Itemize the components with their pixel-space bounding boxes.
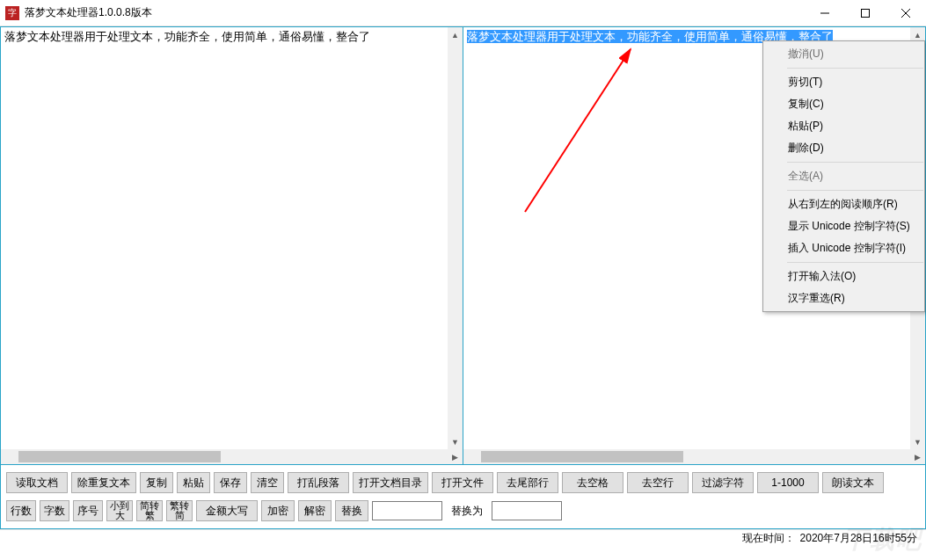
- toolbars: 读取文档 除重复文本 复制 粘贴 保存 清空 打乱段落 打开文档目录 打开文件 …: [1, 465, 925, 528]
- menu-separator: [787, 262, 923, 263]
- menu-paste[interactable]: 粘贴(P): [763, 115, 924, 137]
- menu-cut[interactable]: 剪切(T): [763, 71, 924, 93]
- window-controls: [805, 0, 926, 26]
- app-icon: [5, 6, 19, 20]
- toolbar-row-2: 行数 字数 序号 小到 大 简转 繁 繁转 简 金额大写 加密 解密 替换 替换…: [6, 500, 920, 521]
- simp-to-trad-button[interactable]: 简转 繁: [136, 500, 163, 521]
- read-doc-button[interactable]: 读取文档: [6, 472, 68, 493]
- status-bar: 现在时间： 2020年7月28日16时55分: [0, 529, 926, 547]
- scroll-thumb[interactable]: [18, 451, 221, 462]
- menu-separator: [787, 68, 923, 69]
- right-pane: 落梦文本处理器用于处理文本，功能齐全，使用简单，通俗易懂，整合了 ▲ ▼ ◀ ▶: [463, 27, 925, 464]
- scroll-right-icon[interactable]: ▶: [448, 449, 463, 464]
- replace-from-input[interactable]: [372, 501, 442, 520]
- maximize-button[interactable]: [845, 0, 886, 26]
- menu-separator: [787, 162, 923, 163]
- context-menu: 撤消(U) 剪切(T) 复制(C) 粘贴(P) 删除(D) 全选(A) 从右到左…: [762, 40, 925, 312]
- lines-button[interactable]: 行数: [6, 500, 36, 521]
- svg-rect-0: [862, 9, 870, 17]
- replace-to-input[interactable]: [492, 501, 562, 520]
- menu-insert-unicode[interactable]: 插入 Unicode 控制字符(I): [763, 237, 924, 259]
- menu-show-unicode[interactable]: 显示 Unicode 控制字符(S): [763, 215, 924, 237]
- toolbar-row-1: 读取文档 除重复文本 复制 粘贴 保存 清空 打乱段落 打开文档目录 打开文件 …: [6, 472, 920, 493]
- copy-button[interactable]: 复制: [140, 472, 173, 493]
- paste-button[interactable]: 粘贴: [177, 472, 210, 493]
- menu-reselect[interactable]: 汉字重选(R): [763, 287, 924, 309]
- left-horizontal-scrollbar[interactable]: ◀ ▶: [1, 449, 463, 464]
- menu-select-all[interactable]: 全选(A): [763, 165, 924, 187]
- left-vertical-scrollbar[interactable]: ▲ ▼: [448, 27, 463, 449]
- open-dir-button[interactable]: 打开文档目录: [353, 472, 428, 493]
- sort-button[interactable]: 小到 大: [106, 500, 133, 521]
- trim-space-button[interactable]: 去空格: [562, 472, 623, 493]
- scroll-left-icon[interactable]: ◀: [463, 449, 478, 464]
- trim-tail-button[interactable]: 去尾部行: [497, 472, 558, 493]
- left-pane: 落梦文本处理器用于处理文本，功能齐全，使用简单，通俗易懂，整合了 ▲ ▼ ◀ ▶: [1, 27, 463, 464]
- replace-button[interactable]: 替换: [335, 500, 368, 521]
- status-label: 现在时间：: [742, 531, 795, 546]
- scroll-down-icon[interactable]: ▼: [910, 434, 925, 449]
- right-horizontal-scrollbar[interactable]: ◀ ▶: [463, 449, 925, 464]
- menu-separator: [787, 190, 923, 191]
- menu-rtl[interactable]: 从右到左的阅读顺序(R): [763, 193, 924, 215]
- content-area: 落梦文本处理器用于处理文本，功能齐全，使用简单，通俗易懂，整合了 ▲ ▼ ◀ ▶…: [0, 26, 926, 529]
- trad-to-simp-button[interactable]: 繁转 简: [166, 500, 193, 521]
- read-aloud-button[interactable]: 朗读文本: [822, 472, 884, 493]
- scroll-right-icon[interactable]: ▶: [910, 449, 925, 464]
- clear-button[interactable]: 清空: [251, 472, 284, 493]
- decrypt-button[interactable]: 解密: [298, 500, 332, 521]
- dedup-button[interactable]: 除重复文本: [71, 472, 136, 493]
- seq-button[interactable]: 序号: [73, 500, 103, 521]
- menu-delete[interactable]: 删除(D): [763, 137, 924, 159]
- close-button[interactable]: [886, 0, 926, 26]
- menu-copy[interactable]: 复制(C): [763, 93, 924, 115]
- chars-button[interactable]: 字数: [40, 500, 69, 521]
- scroll-thumb[interactable]: [481, 451, 683, 462]
- one-thousand-button[interactable]: 1-1000: [757, 472, 819, 493]
- status-time: 2020年7月28日16时55分: [800, 531, 917, 546]
- title-bar: 落梦文本处理器1.0.0.8版本: [0, 0, 926, 26]
- scroll-up-icon[interactable]: ▲: [448, 27, 463, 42]
- minimize-button[interactable]: [805, 0, 845, 26]
- text-panes: 落梦文本处理器用于处理文本，功能齐全，使用简单，通俗易懂，整合了 ▲ ▼ ◀ ▶…: [1, 27, 925, 465]
- scroll-left-icon[interactable]: ◀: [1, 449, 16, 464]
- open-file-button[interactable]: 打开文件: [432, 472, 493, 493]
- left-textbox[interactable]: 落梦文本处理器用于处理文本，功能齐全，使用简单，通俗易懂，整合了: [1, 27, 463, 449]
- save-button[interactable]: 保存: [214, 472, 247, 493]
- uppercase-button[interactable]: 金额大写: [196, 500, 258, 521]
- filter-chars-button[interactable]: 过滤字符: [692, 472, 754, 493]
- menu-ime[interactable]: 打开输入法(O): [763, 265, 924, 287]
- encrypt-button[interactable]: 加密: [261, 500, 295, 521]
- scroll-down-icon[interactable]: ▼: [448, 434, 463, 449]
- window-title: 落梦文本处理器1.0.0.8版本: [25, 5, 152, 20]
- trim-blank-button[interactable]: 去空行: [627, 472, 689, 493]
- menu-undo[interactable]: 撤消(U): [763, 43, 924, 65]
- replace-with-label: 替换为: [446, 504, 488, 519]
- shuffle-button[interactable]: 打乱段落: [288, 472, 349, 493]
- title-bar-left: 落梦文本处理器1.0.0.8版本: [0, 5, 152, 20]
